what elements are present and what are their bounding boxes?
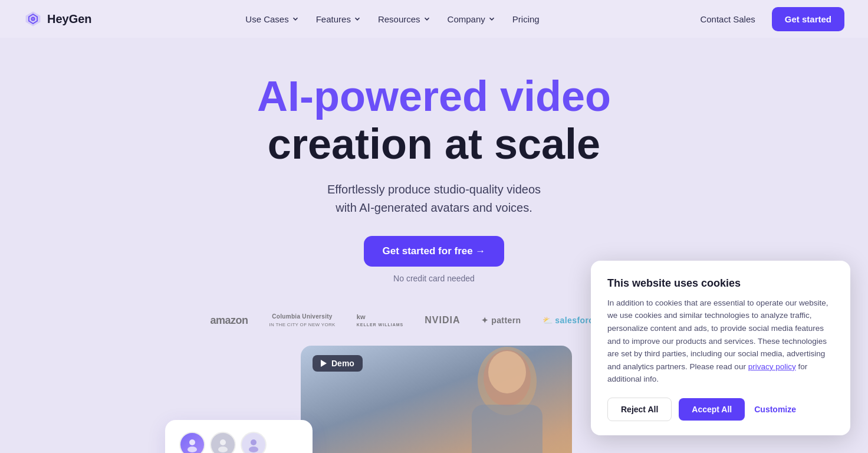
demo-badge: Demo xyxy=(313,355,363,372)
hero-title: AI-powered video creation at scale xyxy=(12,73,856,169)
privacy-policy-link[interactable]: privacy policy xyxy=(748,362,796,371)
hero-title-line1: AI-powered video xyxy=(12,73,856,120)
person-silhouette xyxy=(430,346,572,453)
cookie-body: In addition to cookies that are essentia… xyxy=(607,297,834,386)
nav-resources[interactable]: Resources xyxy=(371,9,438,29)
logo-salesforce: ⛅ salesforce xyxy=(542,316,599,325)
contact-sales-link[interactable]: Contact Sales xyxy=(693,9,762,29)
svg-point-4 xyxy=(188,447,197,452)
play-icon xyxy=(321,360,328,367)
nav-right: Contact Sales Get started xyxy=(693,7,844,31)
svg-point-12 xyxy=(488,351,526,393)
nav-features[interactable]: Features xyxy=(309,9,369,29)
nav-links: Use Cases Features Resources Company xyxy=(238,9,546,29)
avatar-2 xyxy=(210,432,236,453)
chevron-down-icon xyxy=(423,15,431,23)
svg-point-6 xyxy=(218,447,228,452)
get-started-button[interactable]: Get started xyxy=(772,7,844,31)
script-card: Script xyxy=(165,420,313,453)
cookie-banner: This website uses cookies In addition to… xyxy=(591,261,850,435)
logo-nvidia: NVIDIA xyxy=(425,315,460,326)
brand-name: HeyGen xyxy=(47,12,92,26)
logo-pattern: ✦ pattern xyxy=(481,316,521,325)
customize-link[interactable]: Customize xyxy=(752,400,798,419)
nav-use-cases[interactable]: Use Cases xyxy=(238,9,306,29)
cookie-title: This website uses cookies xyxy=(607,277,834,290)
nav-pricing[interactable]: Pricing xyxy=(505,9,547,29)
avatar-3 xyxy=(241,432,267,453)
cookie-buttons: Reject All Accept All Customize xyxy=(607,398,834,421)
video-demo[interactable]: Demo xyxy=(301,346,572,453)
chevron-down-icon xyxy=(488,15,496,23)
hero-cta-button[interactable]: Get started for free → xyxy=(364,236,505,267)
svg-rect-11 xyxy=(472,405,542,453)
svg-point-7 xyxy=(251,439,257,445)
logo-kw: kwKELLER WILLIAMS xyxy=(357,313,404,327)
logo-link[interactable]: HeyGen xyxy=(24,9,92,28)
avatar-1 xyxy=(179,432,205,453)
svg-point-3 xyxy=(189,439,195,445)
logo-icon xyxy=(24,9,42,28)
script-avatars xyxy=(179,432,298,453)
svg-point-2 xyxy=(32,18,34,20)
svg-point-8 xyxy=(249,447,258,452)
hero-subtitle: Effortlessly produce studio-quality vide… xyxy=(12,180,856,217)
accept-all-button[interactable]: Accept All xyxy=(679,398,745,421)
logo-columbia: Columbia UniversityIN THE CITY OF NEW YO… xyxy=(269,313,335,328)
svg-point-5 xyxy=(220,439,226,445)
nav-company[interactable]: Company xyxy=(440,9,503,29)
navbar: HeyGen Use Cases Features Resources Comp… xyxy=(0,0,868,38)
reject-all-button[interactable]: Reject All xyxy=(607,398,672,421)
hero-title-line2: creation at scale xyxy=(12,120,856,169)
logo-amazon: amazon xyxy=(210,314,248,327)
chevron-down-icon xyxy=(353,15,361,23)
chevron-down-icon xyxy=(291,15,300,23)
